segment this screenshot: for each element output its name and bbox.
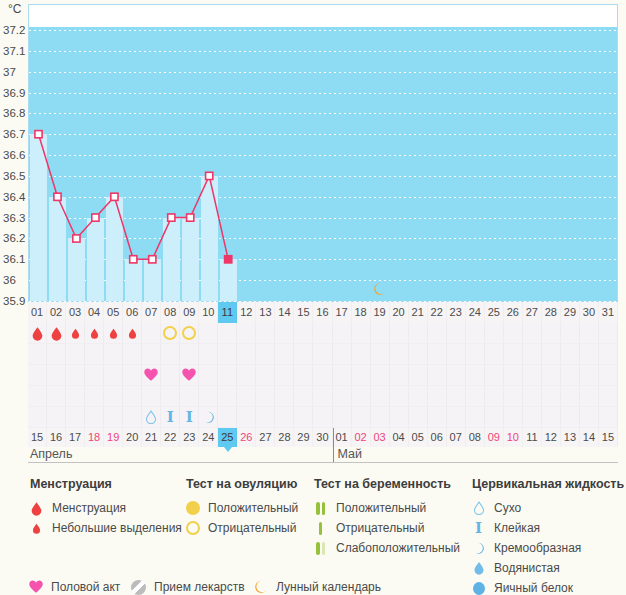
event-cell[interactable] <box>237 323 256 344</box>
event-cell[interactable] <box>447 344 466 365</box>
event-cell[interactable] <box>218 323 237 344</box>
event-cell[interactable] <box>390 323 409 344</box>
event-cell[interactable] <box>504 407 523 428</box>
event-cell[interactable] <box>504 365 523 386</box>
cycle-day-cell[interactable]: 22 <box>428 302 447 323</box>
event-cell[interactable] <box>352 323 371 344</box>
event-cell[interactable] <box>275 407 294 428</box>
cycle-day-cell[interactable]: 14 <box>275 302 294 323</box>
calendar-date-cell[interactable]: 14 <box>580 428 599 447</box>
event-cell[interactable] <box>523 386 542 407</box>
calendar-date-cell[interactable]: 21 <box>142 428 161 447</box>
event-cell[interactable] <box>580 365 599 386</box>
event-cell[interactable] <box>256 323 275 344</box>
event-cell[interactable] <box>504 323 523 344</box>
event-cell[interactable] <box>218 344 237 365</box>
event-cell[interactable] <box>199 365 218 386</box>
cycle-day-cell[interactable]: 05 <box>104 302 123 323</box>
event-cell[interactable] <box>66 407 85 428</box>
calendar-date-cell[interactable]: 23 <box>180 428 199 447</box>
cycle-day-cell[interactable]: 15 <box>294 302 313 323</box>
calendar-date-cell[interactable]: 06 <box>428 428 447 447</box>
event-cell[interactable] <box>371 365 390 386</box>
calendar-date-cell[interactable]: 22 <box>161 428 180 447</box>
cycle-day-cell[interactable]: 12 <box>237 302 256 323</box>
event-cell[interactable] <box>523 407 542 428</box>
event-cell[interactable] <box>466 386 485 407</box>
event-cell[interactable] <box>485 407 504 428</box>
event-cell[interactable] <box>123 386 142 407</box>
cycle-day-cell[interactable]: 19 <box>371 302 390 323</box>
cycle-day-cell[interactable]: 11 <box>218 302 237 323</box>
event-cell[interactable] <box>466 407 485 428</box>
event-cell[interactable] <box>275 344 294 365</box>
calendar-date-cell[interactable]: 27 <box>256 428 275 447</box>
calendar-date-cell[interactable]: 10 <box>504 428 523 447</box>
event-cell[interactable] <box>66 323 85 344</box>
event-cell[interactable] <box>28 365 47 386</box>
temperature-point-selected[interactable] <box>225 256 232 263</box>
cycle-day-cell[interactable]: 29 <box>561 302 580 323</box>
temperature-point[interactable] <box>54 193 61 200</box>
event-cell[interactable] <box>313 323 332 344</box>
event-cell[interactable] <box>561 365 580 386</box>
calendar-date-cell[interactable]: 28 <box>275 428 294 447</box>
event-cell[interactable] <box>123 323 142 344</box>
event-cell[interactable] <box>599 386 618 407</box>
cycle-day-cell[interactable]: 04 <box>85 302 104 323</box>
event-cell[interactable] <box>466 365 485 386</box>
event-cell[interactable] <box>333 323 352 344</box>
cycle-day-cell[interactable]: 08 <box>161 302 180 323</box>
cycle-day-cell[interactable]: 26 <box>504 302 523 323</box>
event-cell[interactable] <box>123 407 142 428</box>
event-cell[interactable] <box>161 365 180 386</box>
cycle-day-cell[interactable]: 18 <box>352 302 371 323</box>
cycle-day-cell[interactable]: 01 <box>28 302 47 323</box>
event-cell[interactable] <box>161 323 180 344</box>
event-cell[interactable] <box>313 407 332 428</box>
event-cell[interactable] <box>313 344 332 365</box>
event-cell[interactable] <box>28 407 47 428</box>
event-cell[interactable] <box>542 407 561 428</box>
temperature-point[interactable] <box>168 214 175 221</box>
event-cell[interactable] <box>504 386 523 407</box>
event-cell[interactable] <box>428 365 447 386</box>
cycle-day-cell[interactable]: 03 <box>66 302 85 323</box>
calendar-date-cell[interactable]: 26 <box>237 428 256 447</box>
event-cell[interactable] <box>47 407 66 428</box>
event-cell[interactable] <box>180 386 199 407</box>
event-cell[interactable] <box>333 386 352 407</box>
calendar-date-cell[interactable]: 08 <box>466 428 485 447</box>
event-cell[interactable] <box>294 344 313 365</box>
calendar-date-cell[interactable]: 24 <box>199 428 218 447</box>
event-cell[interactable] <box>409 323 428 344</box>
event-cell[interactable] <box>104 365 123 386</box>
event-cell[interactable] <box>180 365 199 386</box>
calendar-date-cell[interactable]: 02 <box>352 428 371 447</box>
cycle-day-cell[interactable]: 27 <box>523 302 542 323</box>
event-cell[interactable] <box>313 365 332 386</box>
event-cell[interactable] <box>218 365 237 386</box>
event-cell[interactable] <box>542 323 561 344</box>
temperature-point[interactable] <box>149 256 156 263</box>
cycle-day-cell[interactable]: 20 <box>390 302 409 323</box>
event-cell[interactable] <box>561 407 580 428</box>
event-cell[interactable] <box>47 386 66 407</box>
event-cell[interactable] <box>485 365 504 386</box>
event-cell[interactable] <box>390 344 409 365</box>
event-cell[interactable] <box>123 344 142 365</box>
event-cell[interactable] <box>466 344 485 365</box>
event-cell[interactable] <box>599 407 618 428</box>
event-cell[interactable] <box>142 365 161 386</box>
calendar-date-cell[interactable]: 07 <box>447 428 466 447</box>
event-cell[interactable] <box>561 344 580 365</box>
calendar-date-cell[interactable]: 20 <box>123 428 142 447</box>
event-cell[interactable] <box>409 365 428 386</box>
calendar-date-cell[interactable]: 05 <box>409 428 428 447</box>
event-cell[interactable] <box>371 344 390 365</box>
event-cell[interactable] <box>294 323 313 344</box>
event-cell[interactable] <box>85 386 104 407</box>
temperature-point[interactable] <box>92 214 99 221</box>
event-cell[interactable] <box>428 323 447 344</box>
temperature-point[interactable] <box>206 172 213 179</box>
